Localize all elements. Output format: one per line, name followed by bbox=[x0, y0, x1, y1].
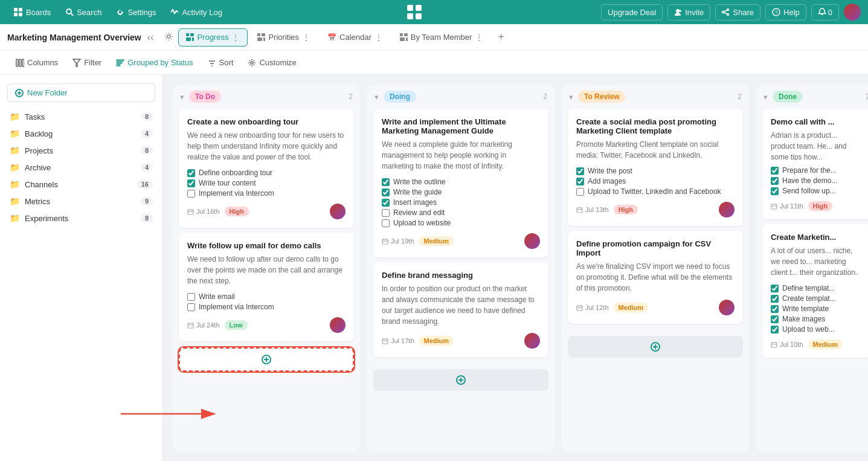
svg-rect-32 bbox=[400, 37, 405, 41]
tab-priorities[interactable]: Priorities ⋮ bbox=[250, 29, 318, 46]
upgrade-btn[interactable]: Upgrade Deal bbox=[601, 4, 663, 21]
sidebar-projects-count: 8 bbox=[141, 146, 153, 155]
column-review-toggle[interactable]: ▾ bbox=[569, 92, 573, 102]
svg-rect-39 bbox=[117, 62, 122, 63]
checkbox[interactable] bbox=[771, 326, 779, 334]
notifications-btn[interactable]: 0 bbox=[811, 4, 839, 21]
checkbox[interactable] bbox=[187, 169, 195, 177]
checkbox[interactable] bbox=[187, 293, 195, 301]
folder-icon: 📁 bbox=[10, 163, 20, 172]
tab-progress[interactable]: Progress ⋮ bbox=[178, 28, 248, 47]
card-onboarding-tour[interactable]: Create a new onboarding tour We need a n… bbox=[179, 109, 354, 228]
card-csv-campaign[interactable]: Define promotion campaign for CSV Import… bbox=[568, 231, 743, 324]
user-avatar[interactable] bbox=[844, 4, 861, 21]
svg-point-13 bbox=[727, 8, 729, 10]
tab-progress-icon bbox=[186, 33, 194, 41]
new-folder-btn[interactable]: New Folder bbox=[7, 83, 155, 102]
checkbox[interactable] bbox=[187, 190, 195, 198]
checkbox[interactable] bbox=[382, 189, 390, 196]
sort-btn[interactable]: Sort bbox=[202, 55, 240, 70]
svg-point-14 bbox=[727, 13, 729, 15]
checkbox[interactable] bbox=[771, 177, 779, 185]
nav-settings[interactable]: Settings bbox=[110, 5, 162, 20]
add-card-btn-todo[interactable] bbox=[179, 347, 354, 372]
card-create-marketing[interactable]: Create Marketin... A lot of our users...… bbox=[762, 224, 868, 358]
checkbox[interactable] bbox=[771, 187, 779, 195]
share-btn[interactable]: Share bbox=[715, 4, 760, 21]
sidebar-item-tasks[interactable]: 📁 Tasks 8 bbox=[0, 108, 162, 125]
column-todo-toggle[interactable]: ▾ bbox=[180, 92, 184, 102]
checklist-item: Have the demo... bbox=[771, 176, 863, 185]
column-done-toggle[interactable]: ▾ bbox=[764, 92, 768, 102]
checkbox[interactable] bbox=[771, 295, 779, 303]
column-doing-toggle[interactable]: ▾ bbox=[375, 92, 379, 102]
svg-rect-48 bbox=[188, 210, 193, 214]
priority-badge: Low bbox=[225, 320, 248, 330]
card-footer: Jul 13th High bbox=[576, 202, 735, 218]
board-title: Marketing Management Overview bbox=[7, 33, 141, 42]
tab-calendar[interactable]: 📅 Calendar ⋮ bbox=[320, 29, 390, 46]
checkbox[interactable] bbox=[382, 199, 390, 207]
settings-icon bbox=[116, 8, 124, 16]
sidebar-item-backlog[interactable]: 📁 Backlog 4 bbox=[0, 125, 162, 142]
tab-team-member[interactable]: By Team Member ⋮ bbox=[393, 29, 491, 46]
card-title: Define promotion campaign for CSV Import bbox=[576, 239, 735, 257]
calendar-icon bbox=[771, 341, 777, 348]
sidebar-item-metrics[interactable]: 📁 Metrics 9 bbox=[0, 193, 162, 210]
checkbox[interactable] bbox=[771, 285, 779, 292]
sidebar-item-channels[interactable]: 📁 Channels 16 bbox=[0, 176, 162, 193]
nav-search[interactable]: Search bbox=[59, 5, 108, 20]
search-icon bbox=[65, 8, 74, 16]
checkbox[interactable] bbox=[382, 219, 390, 227]
calendar-icon bbox=[187, 208, 194, 215]
card-demo-call[interactable]: Demo call with ... Adrian is a product..… bbox=[762, 109, 868, 219]
card-date: Jul 11th bbox=[771, 202, 803, 210]
folder-icon: 📁 bbox=[10, 196, 20, 206]
column-done-body: Demo call with ... Adrian is a product..… bbox=[756, 109, 868, 364]
tab-progress-label: Progress bbox=[197, 33, 228, 42]
card-desc: We need a new onboarding tour for new us… bbox=[187, 130, 346, 163]
grouped-btn[interactable]: Grouped by Status bbox=[110, 55, 199, 70]
checkbox[interactable] bbox=[382, 209, 390, 217]
sidebar-item-projects[interactable]: 📁 Projects 8 bbox=[0, 142, 162, 159]
checkbox[interactable] bbox=[382, 178, 390, 186]
checkbox[interactable] bbox=[576, 178, 584, 185]
nav-boards[interactable]: Boards bbox=[7, 4, 57, 20]
customize-btn[interactable]: Customize bbox=[242, 55, 302, 70]
svg-rect-23 bbox=[190, 33, 194, 36]
checklist-item: Make images bbox=[771, 315, 863, 323]
card-brand-messaging[interactable]: Define brand messaging In order to posit… bbox=[373, 262, 548, 357]
checkbox[interactable] bbox=[187, 303, 195, 311]
checkbox[interactable] bbox=[187, 179, 195, 187]
invite-btn[interactable]: Invite bbox=[667, 4, 710, 21]
card-title: Write follow up email for demo calls bbox=[187, 241, 346, 250]
checkbox[interactable] bbox=[771, 167, 779, 175]
card-social-media-post[interactable]: Create a social media post promoting Mar… bbox=[568, 109, 743, 226]
nav-activity[interactable]: Activity Log bbox=[164, 5, 228, 20]
sidebar-item-experiments[interactable]: 📁 Experiments 8 bbox=[0, 210, 162, 227]
checkbox[interactable] bbox=[771, 305, 779, 313]
add-tab-btn[interactable]: + bbox=[493, 28, 509, 46]
board-area: ▾ To Do 2 Create a new onboarding tour W… bbox=[163, 75, 868, 461]
nav-back[interactable]: ‹‹ bbox=[146, 31, 155, 44]
card-marketing-guide[interactable]: Write and implement the Ultimate Marketi… bbox=[373, 109, 548, 257]
checkbox[interactable] bbox=[576, 167, 584, 175]
sidebar-backlog-count: 4 bbox=[141, 129, 153, 138]
columns-btn[interactable]: Columns bbox=[10, 55, 64, 70]
card-follow-up-email[interactable]: Write follow up email for demo calls We … bbox=[179, 233, 354, 341]
card-title: Create Marketin... bbox=[771, 233, 863, 242]
add-card-btn-review[interactable] bbox=[568, 336, 743, 358]
filter-btn[interactable]: Filter bbox=[66, 55, 108, 70]
card-checklist: Write the outline Write the guide Insert… bbox=[382, 178, 540, 227]
checklist-item: Send follow up... bbox=[771, 187, 863, 195]
columns-label: Columns bbox=[27, 58, 58, 67]
card-date: Jul 16th bbox=[187, 208, 220, 215]
sidebar-item-archive[interactable]: 📁 Archive 4 bbox=[0, 159, 162, 176]
add-card-btn-doing[interactable] bbox=[373, 369, 548, 391]
card-title: Demo call with ... bbox=[771, 117, 863, 126]
checkbox[interactable] bbox=[576, 188, 584, 196]
checkbox[interactable] bbox=[771, 315, 779, 323]
help-btn[interactable]: ? Help bbox=[765, 4, 806, 21]
card-desc: In order to position our product on the … bbox=[382, 283, 540, 327]
board-settings-btn[interactable] bbox=[162, 30, 176, 45]
